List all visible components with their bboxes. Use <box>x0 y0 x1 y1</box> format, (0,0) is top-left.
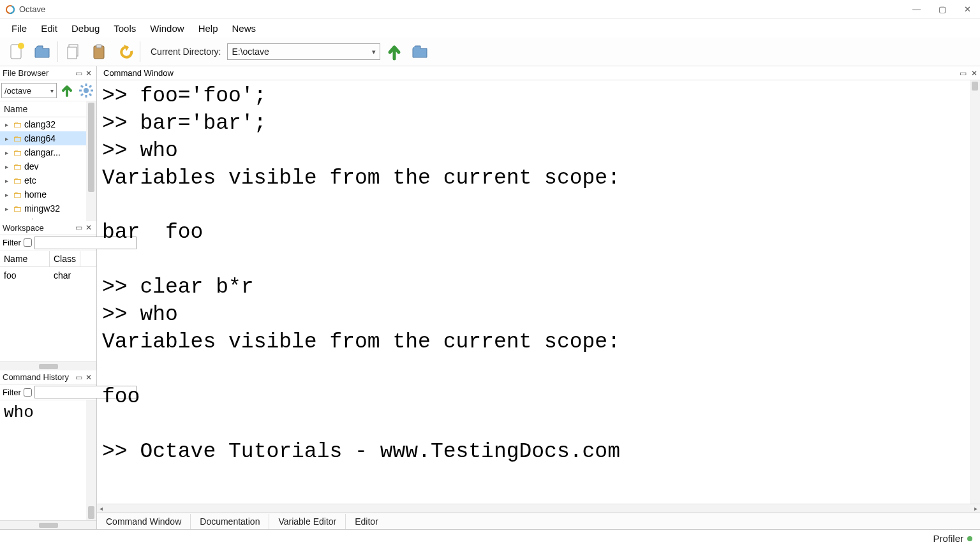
close-panel-icon[interactable]: ✕ <box>969 68 980 79</box>
close-panel-icon[interactable]: ✕ <box>84 372 94 383</box>
file-browser-row[interactable]: ▸🗀home <box>0 187 86 201</box>
copy-button[interactable] <box>62 40 85 63</box>
expand-icon[interactable]: ▸ <box>3 177 10 184</box>
file-browser-row[interactable]: ▸🗀clang32 <box>0 117 86 131</box>
file-browser-item-label: clang64 <box>24 133 56 143</box>
file-browser-item-label: clang32 <box>24 119 56 129</box>
browse-dir-button[interactable] <box>408 40 431 63</box>
history-item[interactable]: who <box>4 403 82 422</box>
open-folder-button[interactable] <box>31 40 54 63</box>
file-browser-path-combo[interactable]: /octave ▾ <box>1 83 57 98</box>
undo-button[interactable] <box>113 40 136 63</box>
command-window-console[interactable]: >> foo='foo'; >> bar='bar'; >> who Varia… <box>97 80 970 504</box>
bottom-tabs: Command Window Documentation Variable Ed… <box>97 513 980 529</box>
history-filter-checkbox[interactable] <box>24 388 32 397</box>
folder-icon: 🗀 <box>13 147 22 157</box>
command-window-tab[interactable]: Command Window <box>97 67 180 79</box>
file-browser-item-label: dev <box>24 161 39 171</box>
menu-file[interactable]: File <box>5 20 33 36</box>
menu-window[interactable]: Window <box>144 20 190 36</box>
workspace-filter-checkbox[interactable] <box>24 238 32 247</box>
file-browser-column-name[interactable]: Name <box>0 101 86 117</box>
maximize-icon[interactable]: ▢ <box>939 4 946 14</box>
menu-debug[interactable]: Debug <box>65 20 106 36</box>
expand-icon[interactable]: ▸ <box>3 163 10 170</box>
workspace-row[interactable]: foo char <box>0 267 96 284</box>
file-browser-scrollbar[interactable] <box>86 101 96 221</box>
history-list[interactable]: who <box>0 400 86 520</box>
chevron-down-icon: ▾ <box>50 87 54 94</box>
workspace-filter-label: Filter <box>3 238 21 247</box>
restore-icon[interactable]: ▭ <box>957 68 969 79</box>
workspace-col-class[interactable]: Class <box>50 251 80 266</box>
restore-icon[interactable]: ▭ <box>73 222 84 233</box>
profiler-label[interactable]: Profiler <box>933 533 963 544</box>
titlebar: Octave ― ▢ ✕ <box>0 0 980 19</box>
new-file-button[interactable] <box>5 40 28 63</box>
expand-icon[interactable]: ▸ <box>3 205 10 212</box>
bottom-tab-editor[interactable]: Editor <box>345 514 387 529</box>
history-header: Command History ▭ ✕ <box>0 370 96 384</box>
file-browser-row[interactable]: ▸🗀clangar... <box>0 145 86 159</box>
history-hscrollbar[interactable] <box>0 520 96 529</box>
file-browser-up-button[interactable] <box>58 82 76 99</box>
paste-button[interactable] <box>87 40 110 63</box>
file-browser-settings-button[interactable] <box>77 82 95 99</box>
file-browser-item-label: mingw64 <box>24 217 60 219</box>
bottom-tab-command[interactable]: Command Window <box>97 514 190 529</box>
menu-edit[interactable]: Edit <box>34 20 64 36</box>
workspace-cell-class: char <box>50 268 75 282</box>
bottom-tab-var[interactable]: Variable Editor <box>269 514 345 529</box>
svg-line-16 <box>81 94 83 96</box>
expand-icon[interactable]: ▸ <box>3 149 10 156</box>
workspace-header: Workspace ▭ ✕ <box>0 221 96 235</box>
menu-tools[interactable]: Tools <box>107 20 142 36</box>
close-icon[interactable]: ✕ <box>964 4 971 14</box>
menu-news[interactable]: News <box>225 20 262 36</box>
file-browser-row[interactable]: ▸🗀clang64 <box>0 131 86 145</box>
folder-icon: 🗀 <box>13 203 22 214</box>
statusbar: Profiler <box>0 529 980 547</box>
svg-line-17 <box>89 85 91 87</box>
close-panel-icon[interactable]: ✕ <box>84 68 94 78</box>
restore-icon[interactable]: ▭ <box>73 68 84 78</box>
expand-icon[interactable]: ▸ <box>3 121 10 128</box>
svg-line-14 <box>81 85 83 87</box>
scroll-left-icon[interactable]: ◂ <box>97 505 105 512</box>
menubar: File Edit Debug Tools Window Help News <box>0 19 980 38</box>
current-dir-combo[interactable]: E:\octave ▾ <box>227 43 380 60</box>
bottom-tab-doc[interactable]: Documentation <box>190 514 269 529</box>
file-browser-row[interactable]: ▸🗀mingw32 <box>0 201 86 215</box>
restore-icon[interactable]: ▭ <box>73 372 84 383</box>
file-browser-list[interactable]: Name ▸🗀clang32▸🗀clang64▸🗀clangar...▸🗀dev… <box>0 101 86 221</box>
parent-dir-button[interactable] <box>383 40 406 63</box>
current-dir-value: E:\octave <box>232 47 269 57</box>
expand-icon[interactable]: ▸ <box>3 191 10 198</box>
menu-help[interactable]: Help <box>192 20 225 36</box>
folder-icon: 🗀 <box>13 161 22 171</box>
history-scrollbar[interactable] <box>86 400 96 520</box>
minimize-icon[interactable]: ― <box>912 4 921 14</box>
file-browser-row[interactable]: ▸🗀mingw64 <box>0 215 86 219</box>
app-title: Octave <box>19 4 45 14</box>
console-scrollbar[interactable] <box>970 80 980 504</box>
file-browser-header: File Browser ▭ ✕ <box>0 66 96 80</box>
file-browser-path-value: /octave <box>4 86 31 96</box>
workspace-title: Workspace <box>3 223 44 233</box>
app-icon <box>5 4 15 15</box>
left-sidebar: File Browser ▭ ✕ /octave ▾ Name ▸🗀clang3… <box>0 66 97 529</box>
workspace-cell-name: foo <box>0 268 50 282</box>
file-browser-row[interactable]: ▸🗀etc <box>0 173 86 187</box>
folder-icon: 🗀 <box>13 119 22 129</box>
file-browser-item-label: etc <box>24 175 36 186</box>
scroll-right-icon[interactable]: ▸ <box>972 505 980 512</box>
current-dir-label: Current Directory: <box>151 47 221 57</box>
close-panel-icon[interactable]: ✕ <box>84 222 94 233</box>
expand-icon[interactable]: ▸ <box>3 135 10 142</box>
workspace-hscrollbar[interactable] <box>0 361 96 370</box>
history-title: Command History <box>3 372 69 382</box>
workspace-col-name[interactable]: Name <box>0 251 50 266</box>
file-browser-row[interactable]: ▸🗀dev <box>0 159 86 173</box>
file-browser-item-label: clangar... <box>24 147 61 157</box>
folder-icon: 🗀 <box>13 175 22 186</box>
